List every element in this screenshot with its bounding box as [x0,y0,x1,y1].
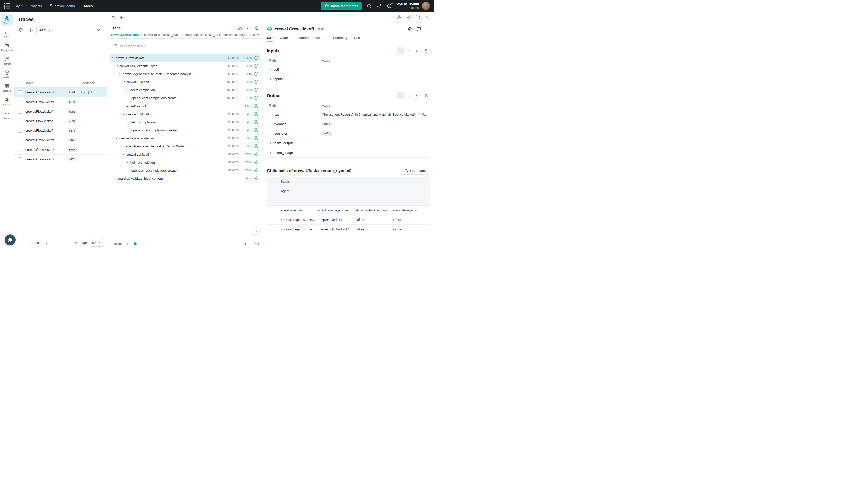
table-row[interactable]: crewai.Crew.kickoff316c [14,135,107,145]
sidebar-item-scorers[interactable]: Scorers [1,96,13,107]
trace-tree-node[interactable]: crewai.LLM.call <$0.0001 2.82s [110,78,260,86]
chevron-right-icon[interactable] [268,77,273,81]
row-checkbox[interactable] [273,218,273,222]
row-checkbox[interactable] [18,138,22,142]
more-options-icon[interactable] [425,27,430,32]
sidebar-item-prompts[interactable]: Prompts [1,55,13,66]
chevron-right-icon[interactable] [268,142,273,145]
expand-rows-button[interactable] [406,93,412,99]
trace-tree-node[interactable]: crewai.LLM.call $0.0006 9.40s [110,110,260,118]
hide-values-button[interactable] [423,93,430,99]
next-trace-button[interactable] [118,14,125,21]
trace-name[interactable]: crewai.Crew.kickoff [25,138,54,142]
row-checkbox[interactable] [18,100,22,104]
row-checkbox[interactable] [18,157,22,161]
ops-filter-select[interactable]: All Ops [36,26,103,34]
breadcrumb-projects[interactable]: Projects [30,4,49,8]
select-all-checkbox[interactable] [273,208,273,212]
trace-tree-node[interactable]: openai.chat.completions.create $0.0003 5… [110,166,260,174]
chevron-right-icon[interactable] [268,151,273,155]
chevron-down-icon[interactable] [121,80,126,84]
breadcrumb-page[interactable]: Traces [82,4,93,8]
tab-scores[interactable]: Scores [316,33,326,42]
tab-call[interactable]: Call [267,33,273,42]
output-row-token-usage[interactable]: token_usage [267,148,430,158]
close-icon[interactable] [425,15,430,20]
code-view-button[interactable] [414,93,421,99]
chevron-down-icon[interactable] [114,64,119,68]
trace-name[interactable]: crewai.Crew.kickoff [25,157,54,161]
trace-name[interactable]: crewai.Flow.kickoff [25,110,53,113]
edit-icon[interactable] [406,15,411,20]
sidebar-item-more[interactable]: More [1,109,13,121]
timeline-slider[interactable] [133,244,240,244]
path-tab[interactable]: crewai.Agent.execute_task - 'Research An… [185,31,253,38]
select-all-checkbox[interactable] [18,81,22,85]
expand-rows-button[interactable] [406,48,412,54]
breadcrumb-entity[interactable]: ayut [16,4,30,8]
input-row-self[interactable]: self [267,65,430,74]
path-tab[interactable]: crewai.Task.execute_sync [144,31,185,38]
chat-launcher-button[interactable] [4,234,15,245]
table-row[interactable]: <crewai.agents.cre... 'Research Analyst'… [267,224,430,234]
add-reaction-icon[interactable] [408,27,412,32]
comment-icon[interactable] [417,27,421,32]
table-row[interactable]: crewai.Flow.kickoffc5ff [14,126,107,135]
op-filter-input[interactable] [120,44,257,48]
table-row[interactable]: crewai.Flow.kickoffc59f [14,116,107,126]
row-checkbox[interactable] [18,148,22,152]
hide-values-button[interactable] [423,48,430,54]
chevron-down-icon[interactable] [125,160,129,164]
trace-tree-node[interactable]: crewai.Crew.kickoff $0.0010 19.83s [110,54,260,62]
row-checkbox[interactable] [18,90,22,95]
go-to-table-button[interactable]: Go to table [401,167,430,175]
per-page-select[interactable]: 50 [90,239,103,247]
notifications-bell-icon[interactable] [377,3,382,8]
output-row-raw[interactable]: raw **Investment Report: AI in Chemical … [267,110,430,119]
chevron-down-icon[interactable] [118,72,122,76]
input-row-inputs[interactable]: inputs [267,74,430,84]
trace-tree-node[interactable]: crewai.Task.execute_sync $0.0007 13.92s [110,62,260,70]
chevron-down-icon[interactable] [121,153,126,156]
refresh-button[interactable] [17,26,25,34]
chevron-down-icon[interactable] [114,136,119,140]
code-view-button[interactable] [414,48,421,54]
table-row[interactable]: crewai.Crew.kickoff9d89 [14,88,107,97]
chevron-right-icon[interactable] [268,68,273,71]
timeline-slider-knob[interactable] [134,242,137,245]
trace-tree-node[interactable]: crewai.LLM.call $0.0003 5.85s [110,150,260,158]
column-settings-button[interactable] [27,26,34,34]
code-view-icon[interactable] [246,26,251,30]
row-checkbox[interactable] [18,119,22,123]
table-row[interactable]: <crewai.agents.cre... 'Report Writer' Fa… [267,215,430,224]
trace-tree-node[interactable]: crewai.Agent.execute_task - 'Research An… [110,70,260,78]
trace-name[interactable]: crewai.Flow.kickoff [25,129,53,132]
output-row-pydantic[interactable]: pydantic null [267,119,430,129]
help-icon[interactable] [387,3,392,8]
output-row-tasks-output[interactable]: tasks_output [267,138,430,148]
table-row[interactable]: crewai.Crew.kickoff657f [14,97,107,107]
tab-use[interactable]: Use [354,33,360,42]
trace-tree-node[interactable]: guardrail-validate_blog_content 0ms [110,174,260,182]
trace-tree-node[interactable]: crewai.Task.execute_sync $0.0003 5.87s [110,134,260,142]
trace-tree-node[interactable]: openai.chat.completions.create $0.0006 9… [110,126,260,134]
previous-trace-button[interactable] [109,14,117,21]
chevron-down-icon[interactable] [125,88,129,92]
toggle-tree-icon[interactable] [397,15,401,20]
trace-name[interactable]: crewai.Flow.kickoff [25,119,53,123]
trace-tree-node[interactable]: litellm.completion <$0.0001 2.82s [110,86,260,94]
flame-view-icon[interactable] [255,26,259,30]
table-row[interactable]: crewai.Flow.kickoffeab1 [14,107,107,116]
feedback-emoji-icon[interactable] [81,90,85,95]
pretty-view-button[interactable] [397,48,404,54]
user-menu[interactable]: Ayush Thakur Personal [397,2,430,10]
timeline-next-button[interactable] [243,242,248,246]
timeline-prev-button[interactable] [126,242,130,246]
tab-feedback[interactable]: Feedback [294,33,309,42]
pretty-view-button[interactable] [397,93,404,99]
row-checkbox[interactable] [18,129,22,133]
trace-tree-node[interactable]: SerperDevTool._run 1.66s [110,102,260,110]
path-tab[interactable]: crewai.LLM.cal [253,31,259,38]
next-page-button[interactable] [45,241,49,245]
row-checkbox[interactable] [273,228,273,231]
